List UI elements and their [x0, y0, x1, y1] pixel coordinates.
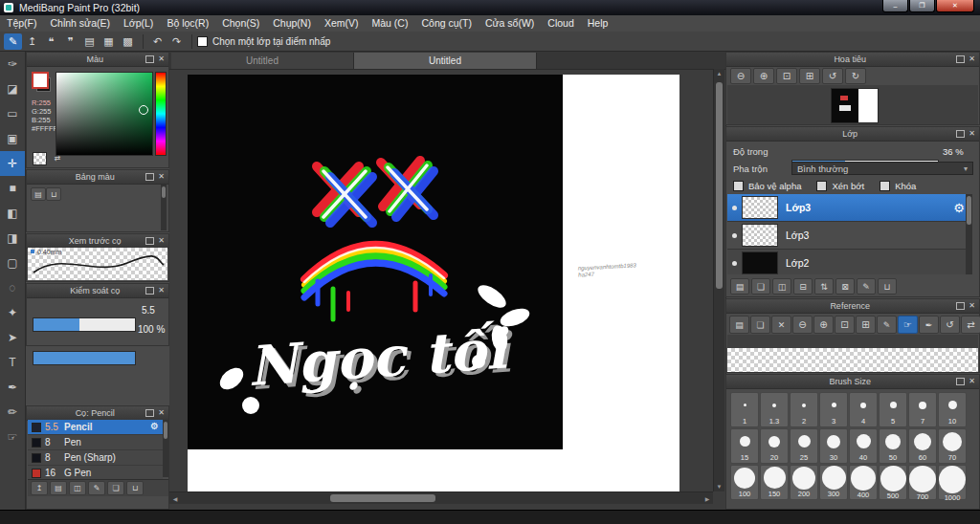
brush-item-pencil[interactable]: 5.5 Pencil ⚙: [28, 420, 163, 435]
brush-size-option[interactable]: 30: [819, 428, 848, 464]
canvas-tab-untitled-1[interactable]: Untitled: [171, 53, 354, 69]
layer-visibility-icon[interactable]: [732, 206, 737, 210]
brush-size-slider[interactable]: [33, 317, 136, 332]
float-panel-icon[interactable]: [956, 378, 965, 385]
open-image-icon[interactable]: ▤: [729, 316, 749, 334]
brush-size-option[interactable]: 50: [879, 428, 907, 464]
upload-brush-icon[interactable]: ↥: [31, 481, 48, 495]
grid-icon[interactable]: ▦: [100, 33, 118, 50]
edit-brush-icon[interactable]: ✎: [88, 481, 105, 495]
brush-list-scrollbar-thumb[interactable]: [164, 422, 167, 439]
close-panel-icon[interactable]: ✕: [969, 55, 975, 63]
close-panel-icon[interactable]: ✕: [969, 302, 975, 310]
add-folder-icon[interactable]: ❏: [751, 278, 770, 295]
menu-snap[interactable]: Chụp(N): [266, 15, 318, 32]
menu-tools[interactable]: Công cụ(T): [414, 15, 479, 32]
layer-visibility-icon[interactable]: [732, 261, 737, 266]
brush-size-option[interactable]: 1: [730, 392, 759, 427]
delete-palette-color-icon[interactable]: ⊔: [46, 187, 61, 201]
close-panel-icon[interactable]: ✕: [158, 409, 165, 417]
menu-file[interactable]: Tệp(F): [0, 15, 44, 32]
transparent-color-button[interactable]: [33, 152, 47, 165]
duplicate-brush-icon[interactable]: ◫: [69, 481, 86, 495]
eyedropper-tool-icon[interactable]: ✒: [0, 375, 25, 400]
maximize-button[interactable]: ❐: [909, 0, 935, 12]
rotate-left-icon[interactable]: ↺: [822, 68, 843, 84]
menu-window[interactable]: Cửa sổ(W): [479, 15, 541, 32]
brush-size-option[interactable]: 500: [879, 465, 907, 500]
rotate-right-icon[interactable]: ↻: [845, 68, 866, 84]
pencil-tool-icon[interactable]: ✏: [0, 400, 25, 425]
zoom-in-icon[interactable]: ⊕: [753, 68, 774, 84]
merge-layer-icon[interactable]: ⊟: [793, 278, 813, 295]
brush-size-option[interactable]: 700: [908, 465, 937, 500]
blend-mode-dropdown[interactable]: Bình thường ▾: [791, 162, 973, 175]
delete-layer-icon[interactable]: ⊔: [878, 278, 897, 295]
menu-layer[interactable]: Lớp(L): [117, 15, 160, 32]
palette-scrollbar-thumb[interactable]: [162, 186, 166, 198]
protect-alpha-checkbox[interactable]: [733, 181, 744, 191]
hand-tool-icon[interactable]: ☞: [0, 425, 25, 449]
canvas-vertical-scrollbar[interactable]: ▲ ▼: [713, 69, 724, 491]
layer-visibility-icon[interactable]: [732, 233, 737, 238]
eraser-tool-icon[interactable]: ◪: [0, 76, 25, 101]
brush-item-pen[interactable]: 8 Pen: [28, 435, 163, 450]
marquee-tool-icon[interactable]: ▭: [0, 101, 25, 126]
layer-row-lop2[interactable]: Lớp2: [727, 250, 972, 274]
bucket-tool-icon[interactable]: ◧: [0, 201, 25, 226]
rotate-icon[interactable]: ↺: [940, 316, 960, 334]
stamp-tool-icon[interactable]: ▣: [0, 126, 25, 151]
zoom-in-icon[interactable]: ⊕: [813, 316, 834, 334]
move-tool-icon[interactable]: ✛: [0, 151, 25, 176]
brush-size-option[interactable]: 7: [908, 392, 937, 427]
float-panel-icon[interactable]: [145, 55, 154, 63]
fit-screen-icon[interactable]: ⊡: [776, 68, 797, 84]
clear-layer-icon[interactable]: ⊠: [835, 278, 855, 295]
scroll-down-icon[interactable]: ▼: [714, 484, 724, 490]
brush-size-option[interactable]: 300: [819, 465, 848, 500]
layer-settings-icon[interactable]: ✎: [857, 278, 876, 295]
foreground-color-swatch[interactable]: [32, 72, 49, 89]
text-tool-icon[interactable]: T: [0, 350, 25, 375]
minimize-button[interactable]: –: [882, 0, 908, 12]
float-panel-icon[interactable]: [956, 302, 965, 310]
page-icon[interactable]: ▤: [80, 33, 99, 50]
brush-size-option[interactable]: 3: [819, 392, 848, 427]
lock-checkbox[interactable]: [880, 181, 890, 191]
upload-icon[interactable]: ↥: [23, 33, 41, 50]
comment-icon[interactable]: ❝: [42, 33, 60, 50]
brush-size-option[interactable]: 15: [730, 428, 759, 464]
eyedropper-icon[interactable]: ✒: [919, 316, 939, 334]
clipping-checkbox[interactable]: [816, 181, 827, 191]
swap-colors-icon[interactable]: ⇄: [51, 152, 64, 164]
brush-tool-icon[interactable]: ✑: [0, 52, 25, 76]
duplicate-layer-icon[interactable]: ◫: [772, 278, 791, 295]
menu-select[interactable]: Chọn(S): [215, 15, 266, 32]
brush-size-option[interactable]: 70: [938, 428, 967, 464]
menu-filter[interactable]: Bộ lọc(R): [160, 15, 215, 32]
float-panel-icon[interactable]: [956, 55, 965, 63]
float-panel-icon[interactable]: [956, 130, 965, 138]
menu-color[interactable]: Màu (C): [366, 15, 415, 32]
snap-layer-checkbox[interactable]: [197, 36, 208, 47]
float-panel-icon[interactable]: [145, 173, 154, 181]
lasso-tool-icon[interactable]: ◌: [0, 275, 25, 300]
operation-tool-icon[interactable]: ➤: [0, 325, 25, 350]
flip-icon[interactable]: ⇄: [961, 316, 980, 334]
brush-size-option[interactable]: 100: [730, 465, 759, 500]
hand-icon[interactable]: ☞: [898, 316, 918, 334]
brush-size-option[interactable]: 10: [938, 392, 967, 427]
transfer-layer-icon[interactable]: ⇅: [814, 278, 834, 295]
chat-icon[interactable]: ❞: [61, 33, 79, 50]
gradient-tool-icon[interactable]: ◨: [0, 226, 25, 251]
delete-brush-icon[interactable]: ⊔: [126, 481, 144, 495]
brush-size-option[interactable]: 1000: [938, 465, 967, 500]
canvas-horizontal-scrollbar-thumb[interactable]: [330, 494, 435, 502]
close-panel-icon[interactable]: ✕: [158, 55, 165, 63]
artwork-canvas[interactable]: Ngọc tối Ngọc tối: [188, 75, 563, 449]
close-image-icon[interactable]: ✕: [771, 316, 791, 334]
zoom-out-icon[interactable]: ⊖: [792, 316, 813, 334]
brush-size-option[interactable]: 4: [849, 392, 878, 427]
brush-item-pen-sharp[interactable]: 8 Pen (Sharp): [28, 450, 163, 466]
canvas-vertical-scrollbar-thumb[interactable]: [716, 82, 723, 289]
